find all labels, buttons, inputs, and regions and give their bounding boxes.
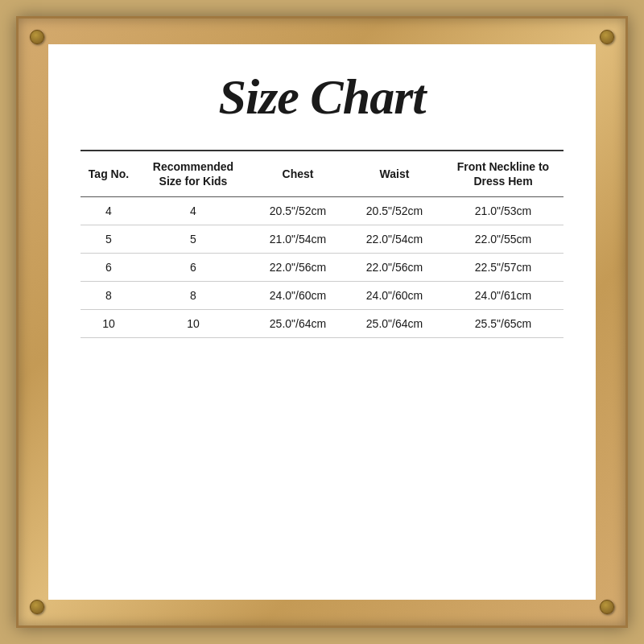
- wooden-frame: Size Chart Tag No. Recommended Size for …: [16, 16, 628, 628]
- size-chart-table: Tag No. Recommended Size for Kids Chest …: [80, 150, 564, 338]
- cell-recommended: 10: [137, 310, 250, 338]
- page-title: Size Chart: [218, 68, 425, 126]
- table-header-row: Tag No. Recommended Size for Kids Chest …: [80, 151, 564, 197]
- cell-waist: 20.5"/52cm: [346, 197, 443, 225]
- cell-recommended: 5: [137, 225, 250, 254]
- bolt-bottom-left: [30, 600, 44, 614]
- cell-tag: 5: [80, 225, 137, 254]
- header-recommended: Recommended Size for Kids: [137, 151, 250, 197]
- cell-neckline: 25.5"/65cm: [443, 310, 564, 338]
- cell-neckline: 21.0"/53cm: [443, 197, 564, 225]
- cell-waist: 24.0"/60cm: [346, 282, 443, 310]
- cell-tag: 10: [80, 310, 137, 338]
- paper-background: Size Chart Tag No. Recommended Size for …: [48, 44, 596, 600]
- table-row: 5521.0"/54cm22.0"/54cm22.0"/55cm: [80, 225, 564, 254]
- cell-neckline: 22.0"/55cm: [443, 225, 564, 254]
- cell-recommended: 6: [137, 254, 250, 282]
- cell-waist: 25.0"/64cm: [346, 310, 443, 338]
- cell-chest: 21.0"/54cm: [250, 225, 346, 254]
- cell-waist: 22.0"/56cm: [346, 254, 443, 282]
- cell-neckline: 22.5"/57cm: [443, 254, 564, 282]
- cell-tag: 6: [80, 254, 137, 282]
- header-neckline: Front Neckline to Dress Hem: [443, 151, 564, 197]
- bolt-top-left: [30, 30, 44, 44]
- cell-neckline: 24.0"/61cm: [443, 282, 564, 310]
- cell-chest: 24.0"/60cm: [250, 282, 346, 310]
- cell-chest: 25.0"/64cm: [250, 310, 346, 338]
- cell-chest: 20.5"/52cm: [250, 197, 346, 225]
- header-waist: Waist: [346, 151, 443, 197]
- cell-chest: 22.0"/56cm: [250, 254, 346, 282]
- cell-recommended: 8: [137, 282, 250, 310]
- table-row: 8824.0"/60cm24.0"/60cm24.0"/61cm: [80, 282, 564, 310]
- header-tag: Tag No.: [80, 151, 137, 197]
- cell-recommended: 4: [137, 197, 250, 225]
- table-body: 4420.5"/52cm20.5"/52cm21.0"/53cm5521.0"/…: [80, 197, 564, 338]
- table-row: 101025.0"/64cm25.0"/64cm25.5"/65cm: [80, 310, 564, 338]
- bolt-bottom-right: [600, 600, 614, 614]
- cell-tag: 4: [80, 197, 137, 225]
- header-chest: Chest: [250, 151, 346, 197]
- cell-waist: 22.0"/54cm: [346, 225, 443, 254]
- bolt-top-right: [600, 30, 614, 44]
- table-row: 4420.5"/52cm20.5"/52cm21.0"/53cm: [80, 197, 564, 225]
- table-row: 6622.0"/56cm22.0"/56cm22.5"/57cm: [80, 254, 564, 282]
- cell-tag: 8: [80, 282, 137, 310]
